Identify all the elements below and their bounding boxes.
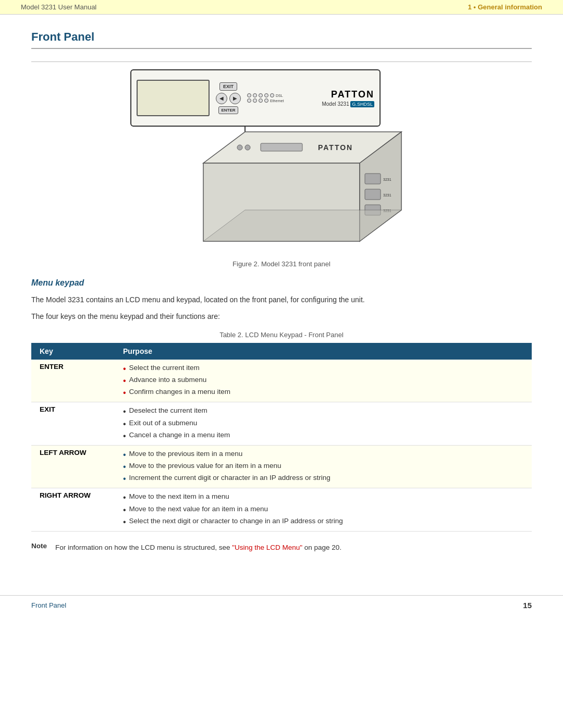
purpose-text: Select the next digit or character to ch… [129,517,343,525]
front-panel-face: EXIT ◀ ▶ ENTER [130,69,381,127]
svg-point-6 [245,145,250,150]
purpose-cell: •Move to the previous item in a menu•Mov… [115,445,532,488]
footer-left: Front Panel [31,601,66,609]
purpose-list: •Move to the next item in a menu•Move to… [123,491,523,528]
purpose-text: Move to the previous item in a menu [129,450,243,458]
bullet-icon: • [123,376,126,386]
led-pwr [247,93,251,97]
svg-text:3231: 3231 [383,193,391,197]
purpose-text: Move to the previous value for an item i… [129,462,282,470]
led-cpe [253,93,257,97]
led-link-dsl [259,93,263,97]
arrow-button-row: ◀ ▶ [216,93,241,104]
table-row: ENTER•Select the current item•Advance in… [31,360,532,402]
list-item: •Exit out of a submenu [123,418,523,430]
bullet-icon: • [123,462,126,472]
indicators-area: DSL Ethernet [247,93,284,103]
note-label: Note [31,542,47,553]
model-label: Model 3231 [322,101,349,107]
page-title: Front Panel [31,30,532,49]
table-header: Key Purpose [31,343,532,360]
svg-text:3231: 3231 [383,178,391,181]
list-item: •Confirm changes in a menu item [123,387,523,399]
led-rx-dsl [270,93,274,97]
led-tx-dsl [264,93,268,97]
brand-name: PATTON [322,89,374,100]
enter-button-label: ENTER [218,106,238,114]
ethernet-label: Ethernet [270,99,284,103]
dsl-label: DSL [276,94,283,97]
purpose-text: Select the current item [129,364,200,372]
bullet-icon: • [123,505,126,515]
exit-button-label: EXIT [219,82,237,91]
purpose-cell: •Deselect the current item•Exit out of a… [115,402,532,446]
list-item: •Move to the next value for an item in a… [123,504,523,516]
section-heading: Menu keypad [31,278,532,288]
body-text-2: The four keys on the menu keypad and the… [31,311,532,322]
header-right: 1 • General information [468,3,542,11]
bullet-icon: • [123,517,126,527]
right-arrow-button: ▶ [229,93,241,104]
purpose-cell: •Select the current item•Advance into a … [115,360,532,402]
footer-right: 15 [523,601,532,610]
brand-area: PATTON Model 3231 G.SHDSL [322,89,374,107]
left-arrow-button: ◀ [216,93,227,104]
key-cell: EXIT [31,402,115,446]
main-content: Front Panel EXIT ◀ ▶ ENTER [0,15,563,585]
col-purpose: Purpose [115,343,532,360]
svg-rect-9 [365,174,381,184]
note-box: Note For information on how the LCD menu… [31,542,532,553]
table-row: LEFT ARROW•Move to the previous item in … [31,445,532,488]
list-item: •Cancel a change in a menu item [123,430,523,442]
purpose-text: Deselect the current item [129,406,207,414]
bullet-icon: • [123,431,126,441]
svg-rect-7 [261,143,302,151]
device-3d-svg: PATTON 3231 3231 3231 [162,121,422,257]
model-badge: Model 3231 G.SHDSL [322,101,374,107]
bullet-icon: • [123,474,126,484]
list-item: •Advance into a submenu [123,375,523,387]
col-key: Key [31,343,115,360]
page-footer: Front Panel 15 [0,595,563,615]
note-text-after: on page 20. [302,544,341,551]
list-item: •Select the current item [123,363,523,375]
led-link-eth [247,98,251,103]
buttons-area: EXIT ◀ ▶ ENTER [216,82,241,114]
list-item: •Select the next digit or character to c… [123,516,523,528]
led-tx-eth [259,98,263,103]
table-row: RIGHT ARROW•Move to the next item in a m… [31,488,532,532]
purpose-list: •Select the current item•Advance into a … [123,363,523,399]
device-wrapper: EXIT ◀ ▶ ENTER [130,69,433,257]
note-link[interactable]: "Using the LCD Menu" [232,544,302,551]
list-item: •Move to the previous value for an item … [123,461,523,473]
model-highlight: G.SHDSL [350,101,374,107]
table-body: ENTER•Select the current item•Advance in… [31,360,532,532]
led-rx-eth [264,98,268,103]
svg-point-5 [237,145,242,150]
keypad-table: Key Purpose ENTER•Select the current ite… [31,343,532,532]
note-text-before: For information on how the LCD menu is s… [55,544,232,551]
figure-container: EXIT ◀ ▶ ENTER [31,69,532,268]
bullet-icon: • [123,492,126,502]
purpose-list: •Move to the previous item in a menu•Mov… [123,449,523,485]
bullet-icon: • [123,450,126,460]
header-bar: Model 3231 User Manual 1 • General infor… [0,0,563,15]
header-left: Model 3231 User Manual [21,3,96,11]
ethernet-indicators: Ethernet [247,98,284,103]
key-cell: RIGHT ARROW [31,488,115,532]
body-text-1: The Model 3231 contains an LCD menu and … [31,294,532,305]
purpose-text: Cancel a change in a menu item [129,431,230,439]
bullet-icon: • [123,419,126,429]
header-right-prefix: 1 • [468,3,478,11]
led-100m [253,98,257,103]
panel-inner: EXIT ◀ ▶ ENTER [131,70,380,126]
key-cell: ENTER [31,360,115,402]
list-item: •Move to the previous item in a menu [123,449,523,461]
purpose-text: Increment the current digit or character… [129,474,331,482]
table-header-row: Key Purpose [31,343,532,360]
figure-caption: Figure 2. Model 3231 front panel [232,260,331,268]
list-item: •Increment the current digit or characte… [123,473,523,485]
table-caption: Table 2. LCD Menu Keypad - Front Panel [31,331,532,339]
svg-rect-10 [365,189,381,200]
purpose-text: Move to the next value for an item in a … [129,505,268,513]
